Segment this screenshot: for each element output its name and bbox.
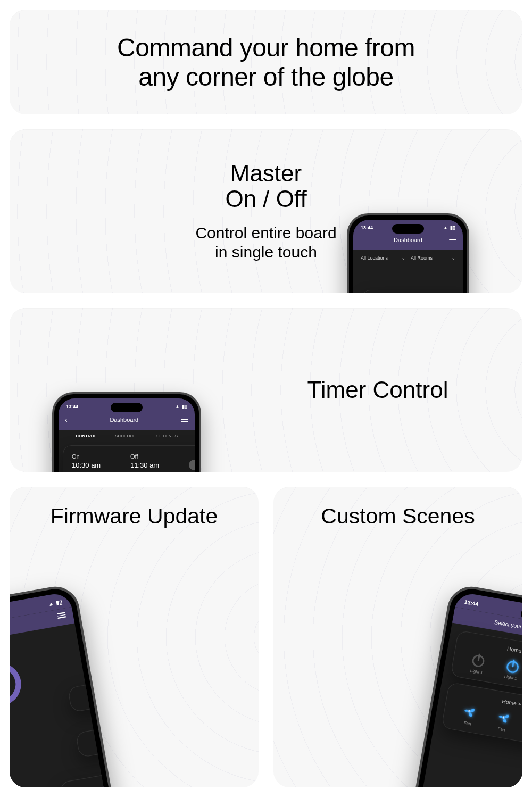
tab-schedule[interactable]: SCHEDULE [106,434,147,442]
schedule-item[interactable]: On 10:30 am Light 01 Sat Off 11:30 am On [63,445,195,472]
timer-phone: 13:44 ▲▮▯ ‹ Dashboard CONTROL SCHEDULE S… [52,392,201,472]
battery-icon: ▮▯ [56,599,63,606]
rename-button[interactable]: Rename [102,729,121,746]
switch[interactable]: Light 1 [502,656,522,681]
claim-warranty-button[interactable]: Claim Warranty [68,785,118,787]
tab-settings[interactable]: SETTINGS [147,434,187,442]
switch[interactable]: Fan [493,708,513,733]
clock: 13:44 [361,225,373,230]
menu-icon[interactable] [57,612,66,618]
master-phone: 13:44 ▲▮▯ Dashboard All Locations ⌄ [347,213,469,293]
signal-icon: ▲ [48,600,54,607]
app-header: Dashboard [353,234,463,250]
firmware-card: Firmware Update ▲▮▯ SETTINGS OLE SSID: c… [10,487,259,787]
timer-card: Timer Control 13:44 ▲▮▯ ‹ Dashboard CONT… [10,308,522,472]
scenes-card: Custom Scenes 13:44 ▲▮▯ Select your swit… [273,487,522,787]
battery-icon: ▮▯ [450,225,455,230]
hero-card: Command your home from any corner of the… [10,10,522,114]
check-update-button[interactable]: Check Update [88,683,122,702]
screen-title: Dashboard [68,417,181,423]
schedule-toggle[interactable] [189,460,195,470]
signal-icon: ▲ [443,225,448,230]
chevron-down-icon: ⌄ [401,255,405,261]
clock: 13:44 [66,404,78,409]
clock: 13:44 [464,599,479,608]
screen-title: Dashboard [367,237,449,243]
scenes-title: Custom Scenes [273,504,522,529]
scenes-phone: 13:44 ▲▮▯ Select your switches to turn O… [396,583,522,787]
signal-icon: ▲ [175,404,180,409]
scene-room-tile: Home > Bedroom Fan Fan Light 1 Fan [441,682,522,754]
rooms-dropdown[interactable]: All Rooms ⌄ [411,255,455,263]
firmware-phone: ▲▮▯ SETTINGS OLE SSID: cs 60% [10,583,130,787]
battery-icon: ▮▯ [182,404,187,409]
locations-dropdown[interactable]: All Locations ⌄ [361,255,405,263]
status-icons: ▲▮▯ [443,225,455,230]
hero-headline: Command your home from any corner of the… [117,33,415,92]
master-title: Master On / Off [10,161,522,212]
menu-icon[interactable] [181,418,188,422]
tab-control[interactable]: CONTROL [66,434,106,442]
chevron-down-icon: ⌄ [451,255,455,261]
device-tile: Living Room Home > Living Room On Off – … [362,290,463,293]
menu-icon[interactable] [449,238,456,243]
update-progress: 60% [10,659,24,709]
master-card: Master On / Off Control entire board in … [10,129,522,293]
switch[interactable]: Fan [459,702,479,727]
tabs: CONTROL SCHEDULE SETTINGS [59,430,195,442]
firmware-title: Firmware Update [10,504,259,529]
warranty-tile: Claim Warranty Valid upto 13 Mar 2023 On [59,763,121,787]
switch[interactable]: Light 1 [468,651,488,675]
